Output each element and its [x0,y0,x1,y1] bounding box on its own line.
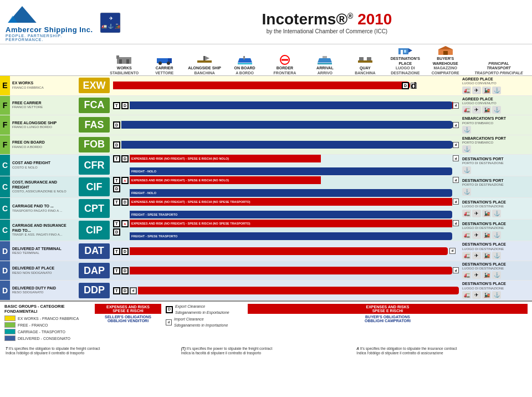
dat-red-bar [130,247,448,255]
fca-transport-icons: 🚛 ✈ 🚂 ⚓ [462,106,530,114]
dat-right: DESTINATION'S PLACE LUOGO DI DESTINAZION… [460,241,532,261]
cif-a-badge: A [121,177,129,184]
dap-truck-icon: 🚛 [462,271,471,279]
fas-desc: FREE ALONGSIDE SHIP FRANCO LUNGO BORDO [10,120,76,131]
fob-d-small: d [453,142,459,148]
cfr-ship-icon: ⚓ [462,166,471,174]
fca-t-badge: T [113,102,120,109]
fca-ship-icon: ⚓ [492,106,501,114]
cpt-truck-icon: 🚛 [462,210,471,217]
border-icon [277,55,293,65]
col-quay: QUAY BANCHINA [345,55,385,75]
fas-badge: FAS [79,117,110,133]
col-onboard: ON BOARD A BORDO [224,55,264,75]
fob-ship-icon: ⚓ [462,145,471,153]
dap-ship-icon: ⚓ [492,271,501,279]
ddp-red-bar [138,287,459,294]
company-name: Ambercor Shipping Inc. [6,26,94,34]
ddp-ship-icon: ⚓ [492,291,501,299]
tagline: PEOPLE. PARTNERSHIP. PERFORMANCE. [6,34,94,42]
cif-ship-icon: ⚓ [462,188,471,196]
dap-d-small: d [453,267,459,273]
row-cif: C COST, INSURANCE AND FREIGHT COSTO, ASS… [0,176,532,198]
ship-icon [237,55,253,65]
buyer-oblig-label: BUYER'S OBLIGATIONSOBBLIGHI CAMPRATORI [248,315,528,323]
cip-train-icon: 🚂 [482,231,491,239]
svg-rect-15 [197,60,212,63]
fas-ship-icon: ⚓ [462,126,471,134]
row-cpt: C CARRIAGE PAID TO ... TRASPORTO PAGATO … [0,198,532,220]
svg-rect-26 [358,60,372,63]
cip-transport-icons: 🚛 ✈ 🚂 ⚓ [462,231,530,239]
col-transport: PRINCIPALTRANSPORT TRASPORTO PRINCIPALE [466,62,532,75]
svg-text:✈: ✈ [109,16,113,21]
legend-area: BASIC GROUPS - CATEGORIE FONDAMENTALI EX… [0,301,532,344]
svg-rect-8 [119,59,122,64]
svg-marker-17 [205,56,209,60]
svg-rect-29 [398,48,408,54]
cip-red-bar: EXPENSES AND RISK (NO FREIGHT) - SPESE E… [130,220,452,227]
row-ddp: D DELIVERED DUTY PAID RESO SDOGANATO DDP… [0,281,532,301]
dap-red-bar [130,267,452,274]
ddp-plane-icon: ✈ [472,291,481,299]
svg-rect-28 [367,57,371,60]
legend-groups: BASIC GROUPS - CATEGORIE FONDAMENTALI EX… [4,304,90,342]
svg-rect-25 [323,56,327,58]
dat-d-small: d [449,248,456,254]
exw-truck-icon: 🚛 [462,86,471,94]
svg-marker-30 [408,48,412,53]
legend-carriage: CARRIAGE - TRASPORTO [4,329,90,334]
cif-transport-icons: ⚓ [462,188,530,196]
cif-desc: COST, INSURANCE AND FREIGHT COSTO, ASSIC… [10,179,76,195]
buyer-obligations: EXPENSES AND RISKSSPESE E RISCHI BUYER'S… [248,304,528,342]
svg-marker-23 [318,58,332,63]
svg-rect-16 [203,56,205,60]
dap-plane-icon: ✈ [472,271,481,279]
cpt-transport-icons: 🚛 ✈ 🚂 ⚓ [462,210,530,217]
destination-icon [397,45,413,55]
cip-truck-icon: 🚛 [462,231,471,239]
fob-chart: D d [112,136,460,153]
note-t: T It's specifies the obligation to stipu… [6,347,176,356]
dap-desc: DELIVERED AT PLACE RESO NON SDOGANATO [10,265,76,276]
dat-chart: T D d [112,243,460,259]
cip-desc: CARRIAGE AND INSURANCE PAID TO... TRASP.… [10,222,76,238]
arrival-icon [316,55,333,65]
cfr-blue-bar: FREIGHT - NOLO [130,167,452,175]
col-border: BORDER FRONTIERA [265,55,305,75]
cfr-d-small: d [453,155,459,161]
incoterms-title: Incoterms®® 2010 by the International Ch… [127,11,526,34]
cip-chart: T A D EXPENSES AND RISK (NO FREIGHT) - S… [112,220,460,241]
cif-t-badge: T [113,177,120,184]
exw-train-icon: 🚂 [482,86,491,94]
cfr-d-badge: D [121,155,129,162]
dat-truck-icon: 🚛 [462,252,471,259]
cpt-d-small: d [453,198,459,205]
exw-badge: EXW [79,78,110,93]
dat-train-icon: 🚂 [482,252,491,259]
dap-train-icon: 🚂 [482,271,491,279]
cfr-transport-icons: ⚓ [462,166,530,174]
exw-ship-icon: ⚓ [492,86,501,94]
ddp-chart: T D d [112,282,460,299]
warehouse-icon [437,45,454,55]
cpt-ship-icon: ⚓ [492,210,501,217]
svg-text:⚓: ⚓ [108,23,114,29]
column-headers-row: WORKS STABILIMENTO CARRIER VETTORE ALONG… [0,44,532,76]
fca-chart: T D d [112,97,460,114]
logo-area: Ambercor Shipping Inc. PEOPLE. PARTNERSH… [6,3,94,42]
fca-desc: FREE CARRIER FRANCO VETTORE [10,100,76,111]
fca-d-badge: D [121,102,129,109]
svg-point-14 [167,62,170,65]
dap-right: DESTINATION'S PLACE LUOGO DI DESTINAZION… [460,261,532,281]
fob-badge: FOB [79,137,110,152]
dock-icon [196,55,213,65]
header: Ambercor Shipping Inc. PEOPLE. PARTNERSH… [0,0,532,44]
exw-right: AGREED PLACE LUOGO CONVENUTO 🚛 ✈ 🚂 ⚓ [460,76,532,95]
d-export-icon: D [166,306,173,313]
cip-ship-icon: ⚓ [492,231,501,239]
col-warehouse: BUYER'S WAREHOUSE MAGAZZINO COMPRATORE [426,45,466,75]
fca-train-icon: 🚂 [482,106,491,114]
group-c4-label: C [0,220,10,241]
d-import-icon: d [166,319,172,325]
